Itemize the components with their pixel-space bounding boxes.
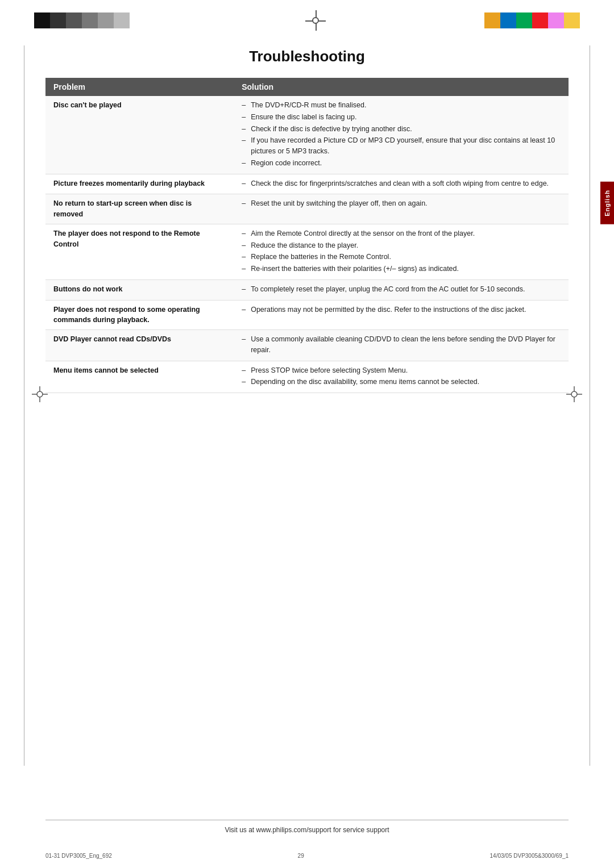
table-row: Buttons do not workTo completely reset t… [45, 279, 569, 300]
solution-cell: Use a commonly available cleaning CD/DVD… [234, 330, 569, 361]
problem-cell: No return to start-up screen when disc i… [45, 194, 234, 224]
table-row: The player does not respond to the Remot… [45, 224, 569, 279]
solution-cell: Reset the unit by switching the player o… [234, 194, 569, 224]
problem-cell: Buttons do not work [45, 279, 234, 300]
solution-item: Re-insert the batteries with their polar… [242, 264, 561, 274]
color-block-r6 [564, 12, 580, 28]
language-tab: English [600, 182, 614, 224]
table-row: No return to start-up screen when disc i… [45, 194, 569, 224]
footer-left: 01-31 DVP3005_Eng_692 [45, 853, 112, 859]
main-content: Troubleshooting Problem Solution Disc ca… [0, 36, 614, 427]
color-block-4 [82, 12, 98, 28]
solution-item: Press STOP twice before selecting System… [242, 365, 561, 376]
color-block-r3 [516, 12, 532, 28]
table-body: Disc can't be playedThe DVD+R/CD-R must … [45, 96, 569, 393]
table-row: Disc can't be playedThe DVD+R/CD-R must … [45, 96, 569, 174]
problem-cell: DVD Player cannot read CDs/DVDs [45, 330, 234, 361]
footer: Visit us at www.philips.com/support for … [0, 820, 614, 834]
svg-point-5 [571, 391, 577, 397]
solution-item: The DVD+R/CD-R must be finalised. [242, 100, 561, 111]
crosshair-circle [312, 17, 319, 24]
solution-list: The DVD+R/CD-R must be finalised.Ensure … [242, 100, 561, 169]
color-block-r5 [548, 12, 564, 28]
header-crosshair-container [147, 10, 484, 31]
svg-point-2 [37, 391, 43, 397]
solution-item: Check the disc for fingerprints/scratche… [242, 178, 561, 189]
problem-cell: Menu items cannot be selected [45, 361, 234, 393]
color-block-6 [114, 12, 130, 28]
color-block-3 [66, 12, 82, 28]
solution-item: Check if the disc is defective by trying… [242, 124, 561, 135]
solution-item: Ensure the disc label is facing up. [242, 112, 561, 123]
color-block-1 [34, 12, 50, 28]
solution-cell: Press STOP twice before selecting System… [234, 361, 569, 393]
table-header: Problem Solution [45, 78, 569, 96]
problem-cell: Picture freezes momentarily during playb… [45, 174, 234, 194]
page-border-left [24, 45, 24, 766]
footer-bottom: 01-31 DVP3005_Eng_692 29 14/03/05 DVP300… [0, 853, 614, 859]
solution-item: Replace the batteries in the Remote Cont… [242, 252, 561, 262]
footer-url: Visit us at www.philips.com/support for … [45, 820, 569, 834]
solution-item: Aim the Remote Control directly at the s… [242, 228, 561, 239]
header-crosshair [305, 10, 326, 31]
solution-cell: Aim the Remote Control directly at the s… [234, 224, 569, 279]
solution-cell: Operations may not be permitted by the d… [234, 300, 569, 330]
troubleshooting-table: Problem Solution Disc can't be playedThe… [45, 78, 569, 393]
solution-item: Operations may not be permitted by the d… [242, 304, 561, 315]
page-title: Troubleshooting [45, 48, 569, 65]
table-row: DVD Player cannot read CDs/DVDsUse a com… [45, 330, 569, 361]
header-row: Problem Solution [45, 78, 569, 96]
solution-cell: Check the disc for fingerprints/scratche… [234, 174, 569, 194]
solution-cell: The DVD+R/CD-R must be finalised.Ensure … [234, 96, 569, 174]
footer-center: 29 [298, 853, 304, 859]
table-row: Picture freezes momentarily during playb… [45, 174, 569, 194]
body-crosshair-right [566, 386, 582, 402]
problem-cell: Player does not respond to some operatin… [45, 300, 234, 330]
solution-item: Reset the unit by switching the player o… [242, 198, 561, 209]
table-row: Menu items cannot be selectedPress STOP … [45, 361, 569, 393]
solution-item: Depending on the disc availability, some… [242, 377, 561, 387]
page-border-right [590, 45, 590, 766]
solution-list: Operations may not be permitted by the d… [242, 304, 561, 315]
solution-list: Reset the unit by switching the player o… [242, 198, 561, 209]
color-blocks-right [484, 12, 580, 28]
solution-item: To completely reset the player, unplug t… [242, 284, 561, 295]
solution-list: Aim the Remote Control directly at the s… [242, 228, 561, 274]
problem-cell: Disc can't be played [45, 96, 234, 174]
solution-item: Region code incorrect. [242, 158, 561, 169]
solution-list: Press STOP twice before selecting System… [242, 365, 561, 388]
solution-item: Use a commonly available cleaning CD/DVD… [242, 334, 561, 356]
top-bar [0, 0, 614, 36]
body-crosshair-left [32, 386, 48, 402]
color-block-r4 [532, 12, 548, 28]
solution-cell: To completely reset the player, unplug t… [234, 279, 569, 300]
table-row: Player does not respond to some operatin… [45, 300, 569, 330]
color-block-5 [98, 12, 114, 28]
solution-list: To completely reset the player, unplug t… [242, 284, 561, 295]
color-blocks-left [34, 12, 130, 28]
solution-header: Solution [234, 78, 569, 96]
problem-cell: The player does not respond to the Remot… [45, 224, 234, 279]
solution-item: If you have recorded a Picture CD or MP3… [242, 135, 561, 157]
problem-header: Problem [45, 78, 234, 96]
color-block-r1 [484, 12, 500, 28]
color-block-r2 [500, 12, 516, 28]
solution-list: Check the disc for fingerprints/scratche… [242, 178, 561, 189]
footer-right: 14/03/05 DVP3005&3000/69_1 [490, 853, 569, 859]
color-block-2 [50, 12, 66, 28]
solution-item: Reduce the distance to the player. [242, 240, 561, 251]
solution-list: Use a commonly available cleaning CD/DVD… [242, 334, 561, 356]
